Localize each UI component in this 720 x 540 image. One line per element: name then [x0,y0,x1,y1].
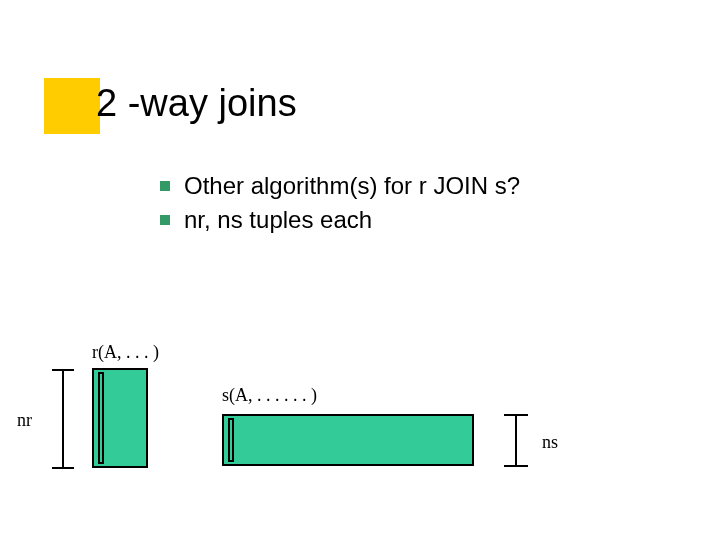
s-relation-box [222,414,474,466]
bullet-marker-icon [160,215,170,225]
ns-bracket-bottom [504,465,528,467]
ns-bracket-line [515,414,517,465]
r-bracket-line [62,369,64,467]
bullet-marker-icon [160,181,170,191]
bullet-item: Other algorithm(s) for r JOIN s? [160,172,520,200]
accent-square [44,78,100,134]
bullet-text: nr, ns tuples each [184,206,372,234]
nr-size-label: nr [17,410,32,431]
s-relation-label: s(A, . . . . . . ) [222,385,317,406]
r-bracket-bottom [52,467,74,469]
ns-size-label: ns [542,432,558,453]
r-relation-label: r(A, . . . ) [92,342,159,363]
r-relation-column [98,372,104,464]
bullet-text: Other algorithm(s) for r JOIN s? [184,172,520,200]
bullet-list: Other algorithm(s) for r JOIN s? nr, ns … [160,172,520,240]
bullet-item: nr, ns tuples each [160,206,520,234]
slide-title: 2 -way joins [96,82,297,125]
s-relation-column [228,418,234,462]
